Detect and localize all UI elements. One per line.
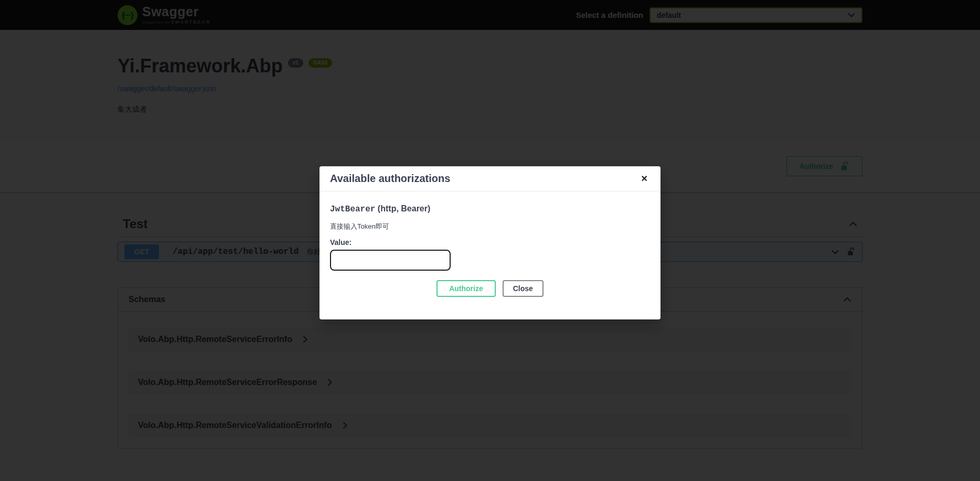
auth-scheme-heading: JwtBearer (http, Bearer) — [330, 204, 650, 214]
modal-title: Available authorizations — [330, 173, 450, 185]
auth-scheme-name: JwtBearer — [330, 205, 375, 214]
modal-close-button[interactable]: Close — [503, 280, 544, 297]
modal-authorize-button[interactable]: Authorize — [436, 280, 496, 297]
value-label: Value: — [330, 238, 650, 247]
auth-scheme-description: 直接输入Token即可 — [330, 222, 650, 231]
auth-scheme-type: (http, Bearer) — [375, 204, 430, 213]
token-value-input[interactable] — [330, 250, 451, 271]
authorizations-modal: Available authorizations ✕ JwtBearer (ht… — [319, 166, 661, 319]
close-modal-icon[interactable]: ✕ — [639, 172, 650, 186]
